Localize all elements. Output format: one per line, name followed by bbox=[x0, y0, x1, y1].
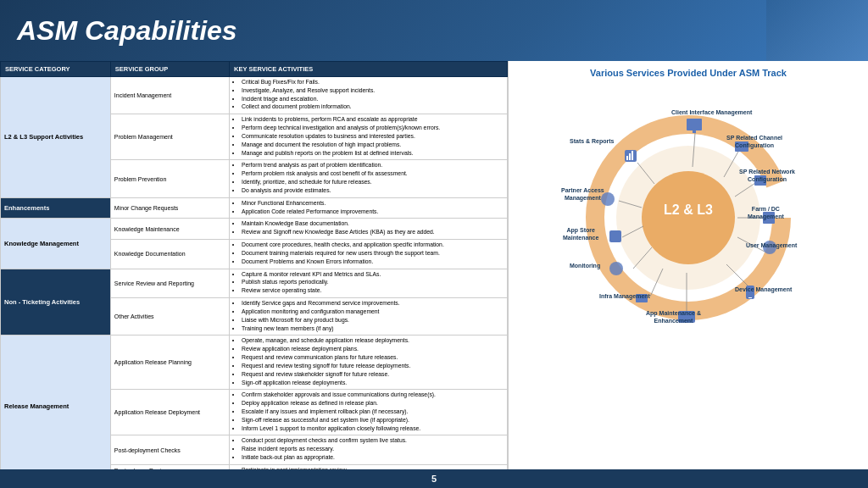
service-group-cell: Knowledge Maintenance bbox=[110, 219, 229, 240]
col-service-category: SERVICE CATEGORY bbox=[1, 62, 111, 77]
list-item: Document training materials required for… bbox=[242, 250, 504, 258]
list-item: Investigate, Analyze, and Resolve suppor… bbox=[242, 87, 504, 95]
list-item: Link incidents to problems, perform RCA … bbox=[242, 116, 504, 124]
list-item: Review service operating state. bbox=[242, 287, 504, 295]
svg-rect-18 bbox=[629, 153, 631, 160]
svg-rect-31 bbox=[687, 119, 702, 130]
service-group-cell: Service Review and Reporting bbox=[110, 269, 229, 297]
service-group-cell: Application Release Deployment bbox=[110, 390, 229, 435]
label-device: Device Management bbox=[735, 286, 792, 293]
list-item: Document core procedures, health checks,… bbox=[242, 241, 504, 249]
page-number: 5 bbox=[431, 474, 437, 484]
footer: 5 bbox=[0, 469, 868, 488]
service-group-cell: Application Release Planning bbox=[110, 336, 229, 390]
activities-cell: Critical Bug Fixes/Fix for Fails.Investi… bbox=[230, 77, 508, 114]
page-title: ASM Capabilities bbox=[17, 15, 237, 47]
label-app-maintenance: App Maintenance &Enhancement bbox=[646, 309, 701, 324]
list-item: Perform trend analysis as part of proble… bbox=[242, 162, 504, 169]
label-app-store: App StoreMaintenance bbox=[563, 226, 598, 241]
list-item: Review application release deployment pl… bbox=[242, 346, 504, 353]
list-item: Deploy application release as defined in… bbox=[242, 400, 504, 408]
service-group-cell: Other Activities bbox=[110, 298, 229, 336]
list-item: Collect and document problem information… bbox=[242, 103, 504, 111]
service-group-cell: Incident Management bbox=[110, 77, 229, 114]
list-item: Training new team members (if any) bbox=[242, 325, 504, 333]
list-item: Minor Functional Enhancements. bbox=[242, 200, 504, 208]
svg-rect-19 bbox=[632, 151, 633, 160]
category-cell: Knowledge Management bbox=[1, 219, 111, 269]
list-item: Raise incident reports as necessary. bbox=[242, 446, 504, 453]
list-item: Liaise with Microsoft for any product bu… bbox=[242, 317, 504, 324]
activities-cell: Confirm stakeholder approvals and issue … bbox=[230, 390, 508, 435]
list-item: Request and review stakeholder signoff f… bbox=[242, 371, 504, 379]
capabilities-table-section: SERVICE CATEGORY SERVICE GROUP KEY SERVI… bbox=[0, 61, 509, 469]
list-item: Critical Bug Fixes/Fix for Fails. bbox=[242, 79, 504, 86]
label-monitoring: Monitoring bbox=[570, 262, 600, 269]
label-farm-dc: Farm / DCManagement bbox=[748, 205, 784, 220]
list-item: Sign-off release as successful and set s… bbox=[242, 417, 504, 424]
category-cell: Release Management bbox=[1, 336, 111, 469]
list-item: Identify, prioritize, and schedule for f… bbox=[242, 179, 504, 186]
service-group-cell: Problem Prevention bbox=[110, 160, 229, 197]
list-item: Do analysis and provide estimates. bbox=[242, 187, 504, 195]
svg-rect-32 bbox=[693, 130, 696, 133]
category-cell: L2 & L3 Support Activities bbox=[1, 77, 111, 198]
list-item: Escalate if any issues and implement rol… bbox=[242, 408, 504, 416]
svg-rect-21 bbox=[609, 230, 621, 242]
activities-cell: Participate in post implementation revie… bbox=[230, 464, 508, 469]
activities-cell: Operate, manage, and schedule applicatio… bbox=[230, 336, 508, 390]
svg-text:L2 & L3: L2 & L3 bbox=[664, 202, 713, 217]
list-item: Perform deep technical investigation and… bbox=[242, 125, 504, 132]
list-item: Identify Service gaps and Recommend serv… bbox=[242, 300, 504, 308]
activities-cell: Capture & monitor relevant KPI and Metri… bbox=[230, 269, 508, 297]
service-group-cell: Post-release Review bbox=[110, 464, 229, 469]
label-client-interface: Client Interface Management bbox=[671, 108, 752, 116]
service-group-cell: Minor Change Requests bbox=[110, 197, 229, 219]
label-partner-access: Partner AccessManagement bbox=[561, 186, 604, 202]
activities-cell: Maintain Knowledge Base documentation.Re… bbox=[230, 219, 508, 240]
svg-point-2 bbox=[642, 171, 735, 264]
label-infra: Infra Management bbox=[599, 292, 650, 300]
list-item: Communicate resolution updates to busine… bbox=[242, 133, 504, 141]
service-group-cell: Post-deployment Checks bbox=[110, 435, 229, 464]
category-cell: Non - Ticketing Activities bbox=[1, 269, 111, 336]
header-image bbox=[766, 0, 868, 61]
label-user: User Management bbox=[746, 241, 797, 249]
list-item: Review and Signoff new Knowledge Base Ar… bbox=[242, 229, 504, 236]
main-content: SERVICE CATEGORY SERVICE GROUP KEY SERVI… bbox=[0, 61, 868, 469]
header: ASM Capabilities bbox=[0, 0, 868, 61]
list-item: Request and review communication plans f… bbox=[242, 354, 504, 362]
list-item: Manage and document the resolution of hi… bbox=[242, 141, 504, 149]
list-item: Application Code related Performance imp… bbox=[242, 208, 504, 216]
list-item: Incident triage and escalation. bbox=[242, 96, 504, 103]
list-item: Perform problem risk analysis and cost b… bbox=[242, 170, 504, 178]
list-item: Sign-off application release deployments… bbox=[242, 380, 504, 387]
list-item: Capture & monitor relevant KPI and Metri… bbox=[242, 271, 504, 279]
activities-cell: Minor Functional Enhancements.Applicatio… bbox=[230, 197, 508, 219]
service-group-cell: Problem Management bbox=[110, 114, 229, 160]
list-item: Maintain Knowledge Base documentation. bbox=[242, 220, 504, 228]
activities-cell: Document core procedures, health checks,… bbox=[230, 240, 508, 269]
circular-diagram: L2 & L3 bbox=[561, 86, 815, 349]
activities-cell: Identify Service gaps and Recommend serv… bbox=[230, 298, 508, 336]
list-item: Manage and publish reports on the proble… bbox=[242, 150, 504, 158]
label-sp-network: SP Related NetworkConfiguration bbox=[739, 168, 795, 183]
diagram-section: Various Services Provided Under ASM Trac… bbox=[509, 61, 868, 469]
category-cell: Enhancements bbox=[1, 197, 111, 219]
activities-cell: Conduct post deployment checks and confi… bbox=[230, 435, 508, 464]
list-item: Application monitoring and configuration… bbox=[242, 308, 504, 316]
svg-point-22 bbox=[609, 262, 623, 275]
list-item: Conduct post deployment checks and confi… bbox=[242, 437, 504, 445]
capabilities-table: SERVICE CATEGORY SERVICE GROUP KEY SERVI… bbox=[0, 61, 508, 469]
service-group-cell: Knowledge Documentation bbox=[110, 240, 229, 269]
list-item: Participate in post implementation revie… bbox=[242, 467, 504, 469]
label-sp-channel: SP Related ChannelConfiguration bbox=[726, 134, 782, 149]
list-item: Publish status reports periodically. bbox=[242, 279, 504, 286]
svg-rect-17 bbox=[626, 156, 628, 160]
col-key-activities: KEY SERVICE ACTIVITIES bbox=[230, 62, 508, 77]
label-stats-reports: Stats & Reports bbox=[570, 137, 615, 145]
list-item: Initiate back-out plan as appropriate. bbox=[242, 454, 504, 462]
list-item: Request and review testing signoff for f… bbox=[242, 363, 504, 370]
activities-cell: Link incidents to problems, perform RCA … bbox=[230, 114, 508, 160]
list-item: Inform Level 1 support to monitor applic… bbox=[242, 425, 504, 433]
